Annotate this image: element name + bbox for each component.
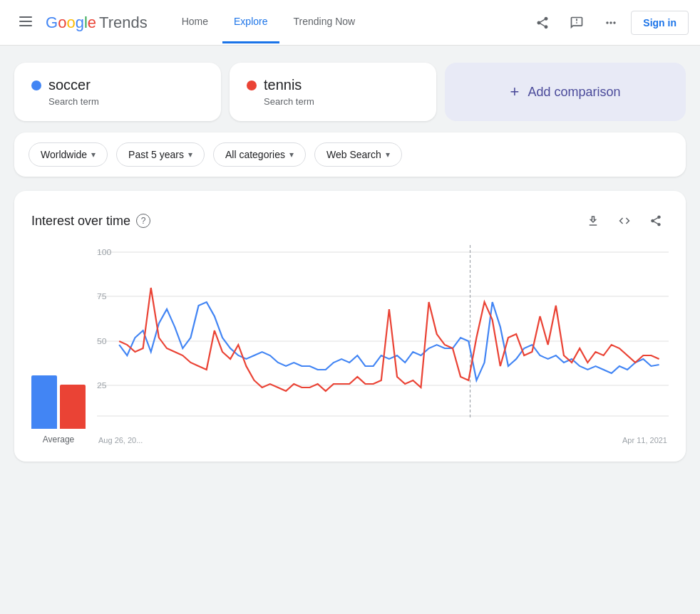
svg-text:100: 100 — [97, 248, 112, 256]
main-chart: 100 75 50 25 Aug 26, 20... Apr 11, — [97, 245, 669, 444]
header: Google Trends Home Explore Trending Now … — [0, 0, 700, 46]
svg-text:25: 25 — [97, 381, 107, 390]
chevron-down-icon: ▾ — [188, 150, 192, 160]
share-chart-icon — [649, 214, 662, 227]
filter-categories[interactable]: All categories ▾ — [213, 142, 306, 167]
feedback-button[interactable] — [562, 9, 591, 37]
svg-rect-1 — [19, 21, 32, 22]
trend-chart: 100 75 50 25 — [97, 245, 669, 430]
chart-card: Interest over time ? — [14, 191, 686, 462]
add-comparison-card[interactable]: + Add comparison — [445, 63, 686, 121]
chart-header: Interest over time ? — [31, 208, 669, 234]
chart-x-labels: Aug 26, 20... Apr 11, 2021 — [97, 436, 669, 444]
help-icon[interactable]: ? — [136, 214, 150, 228]
tennis-average-bar — [60, 385, 86, 429]
filter-time-range[interactable]: Past 5 years ▾ — [116, 142, 205, 167]
chevron-down-icon: ▾ — [289, 150, 294, 160]
header-icons: Sign in — [528, 9, 689, 37]
share-chart-button[interactable] — [643, 208, 669, 234]
nav-explore[interactable]: Explore — [222, 1, 279, 43]
svg-rect-2 — [19, 25, 32, 26]
search-card-soccer: soccer Search term — [14, 63, 221, 121]
tennis-type: Search term — [264, 96, 419, 107]
filter-row: Worldwide ▾ Past 5 years ▾ All categorie… — [14, 132, 686, 177]
apps-icon — [604, 16, 618, 30]
soccer-type: Search term — [48, 96, 204, 107]
filter-search-type-label: Web Search — [326, 149, 381, 160]
search-card-tennis: tennis Search term — [230, 63, 436, 121]
svg-rect-0 — [19, 16, 32, 18]
soccer-dot — [31, 80, 41, 90]
filter-categories-label: All categories — [225, 149, 285, 160]
logo[interactable]: Google Trends — [46, 14, 148, 32]
logo-google-text: Google — [46, 14, 96, 32]
tennis-term: tennis — [264, 77, 302, 93]
nav-trending-now[interactable]: Trending Now — [282, 1, 367, 43]
help-text: ? — [141, 216, 146, 226]
filter-time-range-label: Past 5 years — [128, 149, 184, 160]
chart-title: Interest over time — [31, 214, 130, 229]
download-icon — [587, 214, 599, 227]
add-comparison-label: Add comparison — [527, 85, 620, 100]
svg-text:50: 50 — [97, 337, 107, 345]
embed-button[interactable] — [612, 208, 637, 234]
filter-search-type[interactable]: Web Search ▾ — [314, 142, 402, 167]
hamburger-button[interactable] — [11, 9, 40, 37]
feedback-icon — [570, 16, 584, 30]
x-label-start: Aug 26, 20... — [98, 436, 143, 444]
soccer-average-bar — [31, 375, 57, 429]
chevron-down-icon: ▾ — [91, 150, 96, 160]
average-bar-chart — [31, 372, 86, 429]
nav-home[interactable]: Home — [170, 1, 220, 43]
chart-sidebar: Average — [31, 372, 86, 444]
svg-text:75: 75 — [97, 292, 107, 301]
main-content: soccer Search term tennis Search term + … — [0, 46, 700, 479]
filter-worldwide[interactable]: Worldwide ▾ — [29, 142, 108, 167]
chevron-down-icon: ▾ — [386, 150, 390, 160]
share-icon — [535, 16, 550, 30]
chart-actions — [580, 208, 669, 234]
main-nav: Home Explore Trending Now — [170, 1, 523, 43]
logo-trends-text: Trends — [99, 14, 148, 32]
download-button[interactable] — [580, 208, 606, 234]
hamburger-icon — [19, 15, 32, 30]
average-label: Average — [43, 435, 74, 444]
share-button[interactable] — [528, 9, 557, 37]
chart-area: Average 100 75 50 — [31, 245, 669, 444]
soccer-term: soccer — [48, 77, 91, 93]
plus-icon: + — [510, 83, 520, 101]
embed-icon — [618, 214, 631, 227]
tennis-dot — [247, 80, 257, 90]
search-terms-row: soccer Search term tennis Search term + … — [14, 63, 686, 121]
x-label-end: Apr 11, 2021 — [622, 436, 667, 444]
sign-in-button[interactable]: Sign in — [631, 11, 689, 35]
apps-button[interactable] — [597, 9, 625, 37]
filter-worldwide-label: Worldwide — [41, 149, 87, 160]
